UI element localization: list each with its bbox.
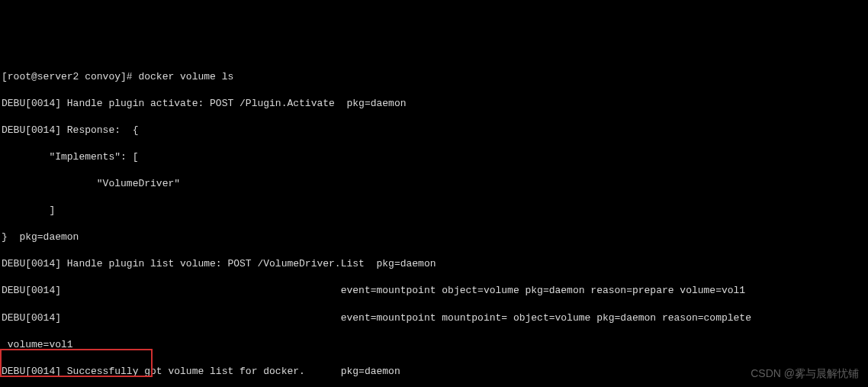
- command-prompt: [root@server2 convoy]# docker volume ls: [2, 70, 866, 84]
- log-line: volume=vol1: [2, 338, 866, 352]
- log-line: DEBU[0014] Handle plugin list volume: PO…: [2, 257, 866, 271]
- watermark-text: CSDN @雾与晨解忧铺: [751, 366, 859, 381]
- log-line: DEBU[0014] Successfully got volume list …: [2, 365, 866, 379]
- log-line: "VolumeDriver": [2, 177, 866, 191]
- log-line: ]: [2, 204, 866, 218]
- log-line: "Implements": [: [2, 150, 866, 164]
- log-line: } pkg=daemon: [2, 231, 866, 244]
- terminal-output: [root@server2 convoy]# docker volume ls …: [2, 56, 866, 387]
- log-line: DEBU[0014] event=mountpoint object=volum…: [2, 284, 866, 298]
- log-line: DEBU[0014] event=mountpoint mountpoint= …: [2, 311, 866, 325]
- log-line: DEBU[0014] Handle plugin activate: POST …: [2, 97, 866, 111]
- log-line: DEBU[0014] Response: {: [2, 124, 866, 137]
